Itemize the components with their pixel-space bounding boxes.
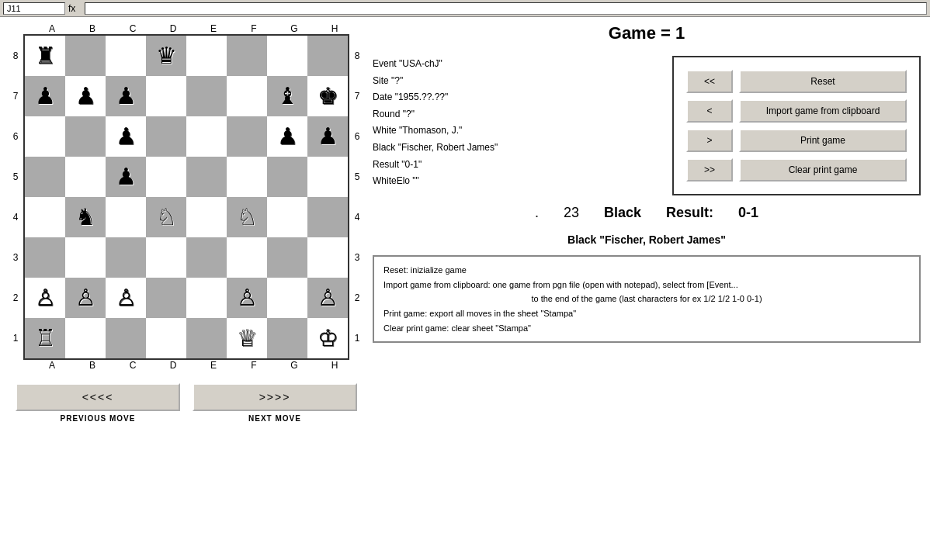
board-cell[interactable]: [65, 36, 106, 76]
row-label: 8: [351, 36, 363, 76]
board-cell[interactable]: ♟: [25, 76, 65, 116]
board-cell[interactable]: [186, 116, 227, 157]
next-move-group: >>>> NEXT MOVE: [193, 383, 357, 423]
board-cell[interactable]: ♝: [267, 76, 307, 116]
board-cell[interactable]: [227, 116, 267, 157]
nav-buttons-col: << < > >>: [686, 70, 733, 181]
board-cell[interactable]: ♟: [65, 76, 106, 116]
board-cell[interactable]: [186, 278, 227, 318]
board-cell[interactable]: [146, 76, 186, 116]
board-cell[interactable]: [65, 116, 106, 157]
board-cell[interactable]: [106, 36, 146, 76]
board-cell[interactable]: [146, 278, 186, 318]
clear-print-button[interactable]: Clear print game: [739, 158, 907, 181]
reset-button[interactable]: Reset: [739, 70, 907, 93]
board-cell[interactable]: [106, 237, 146, 278]
board-cell[interactable]: [146, 157, 186, 197]
board-cell[interactable]: ♟: [106, 116, 146, 157]
row-labels-right: 87654321: [351, 36, 363, 358]
whiteelo-field: WhiteElo "": [373, 173, 666, 190]
row-label: 6: [351, 116, 363, 157]
col-label: A: [32, 360, 72, 371]
board-cell[interactable]: [146, 318, 186, 358]
back-button[interactable]: <: [686, 99, 733, 123]
board-cell[interactable]: [267, 278, 307, 318]
prev-move-label: PREVIOUS MOVE: [61, 414, 136, 423]
board-cell[interactable]: [186, 237, 227, 278]
board-cell[interactable]: [25, 197, 65, 237]
board-cell[interactable]: ♟: [106, 157, 146, 197]
prev-move-button[interactable]: <<<<: [16, 383, 180, 411]
board-cell[interactable]: [106, 318, 146, 358]
board-cell[interactable]: [65, 237, 106, 278]
board-cell[interactable]: [267, 237, 307, 278]
board-cell[interactable]: [267, 318, 307, 358]
help-line1: Reset: inizialize game: [383, 263, 910, 278]
board-cell[interactable]: ♖: [25, 318, 65, 358]
board-cell[interactable]: [227, 76, 267, 116]
board-cell[interactable]: ♔: [307, 318, 348, 358]
cell-ref[interactable]: J11: [3, 2, 65, 15]
board-cell[interactable]: ♟: [106, 76, 146, 116]
board-cell[interactable]: [25, 157, 65, 197]
row-label: 3: [9, 237, 22, 278]
board-cell[interactable]: [186, 36, 227, 76]
col-label: A: [32, 23, 72, 34]
board-cell[interactable]: [227, 237, 267, 278]
board-cell[interactable]: [267, 36, 307, 76]
row-labels-left: 87654321: [9, 36, 22, 358]
col-label: C: [113, 360, 153, 371]
board-cell[interactable]: ♙: [106, 278, 146, 318]
move-number: 23: [564, 205, 579, 221]
move-info-bar: . 23 Black Result: 0-1: [373, 202, 921, 224]
board-cell[interactable]: [146, 116, 186, 157]
board-cell[interactable]: [146, 237, 186, 278]
row-label: 5: [351, 157, 363, 197]
game-details: Event "USA-chJ" Site "?" Date "1955.??.?…: [373, 56, 666, 195]
formula-bar[interactable]: [85, 2, 927, 15]
board-cell[interactable]: ♟: [267, 116, 307, 157]
black-field: Black "Fischer, Robert James": [373, 140, 666, 157]
board-cell[interactable]: ♘: [146, 197, 186, 237]
board-cell[interactable]: ♛: [146, 36, 186, 76]
date-field: Date "1955.??.??": [373, 89, 666, 106]
board-cell[interactable]: [267, 197, 307, 237]
board-cell[interactable]: [25, 116, 65, 157]
board-cell[interactable]: [227, 36, 267, 76]
board-cell[interactable]: [307, 36, 348, 76]
row-label: 3: [351, 237, 363, 278]
board-cell[interactable]: ♕: [227, 318, 267, 358]
board-cell[interactable]: [65, 157, 106, 197]
board-cell[interactable]: ♚: [307, 76, 348, 116]
board-cell[interactable]: [106, 197, 146, 237]
event-field: Event "USA-chJ": [373, 56, 666, 73]
col-label: B: [72, 360, 113, 371]
board-cell[interactable]: [307, 237, 348, 278]
col-label: G: [274, 360, 314, 371]
board-cell[interactable]: [186, 197, 227, 237]
board-cell[interactable]: ♜: [25, 36, 65, 76]
board-cell[interactable]: ♞: [65, 197, 106, 237]
board-cell[interactable]: [186, 76, 227, 116]
board-cell[interactable]: ♙: [65, 278, 106, 318]
board-cell[interactable]: [186, 157, 227, 197]
board-cell[interactable]: [227, 157, 267, 197]
forward-forward-button[interactable]: >>: [686, 158, 733, 181]
board-cell[interactable]: ♟: [307, 116, 348, 157]
import-button[interactable]: Import game from clipboard: [739, 99, 907, 123]
board-cell[interactable]: [307, 157, 348, 197]
board-cell[interactable]: ♘: [227, 197, 267, 237]
board-cell[interactable]: ♙: [307, 278, 348, 318]
col-labels-row: ABCDEFGH: [32, 23, 355, 34]
board-cell[interactable]: ♙: [25, 278, 65, 318]
next-move-button[interactable]: >>>>: [193, 383, 357, 411]
board-cell[interactable]: ♙: [227, 278, 267, 318]
back-back-button[interactable]: <<: [686, 70, 733, 93]
board-cell[interactable]: [186, 318, 227, 358]
board-cell[interactable]: [25, 237, 65, 278]
board-cell[interactable]: [307, 197, 348, 237]
print-button[interactable]: Print game: [739, 129, 907, 152]
forward-button[interactable]: >: [686, 129, 733, 152]
board-cell[interactable]: [65, 318, 106, 358]
board-cell[interactable]: [267, 157, 307, 197]
